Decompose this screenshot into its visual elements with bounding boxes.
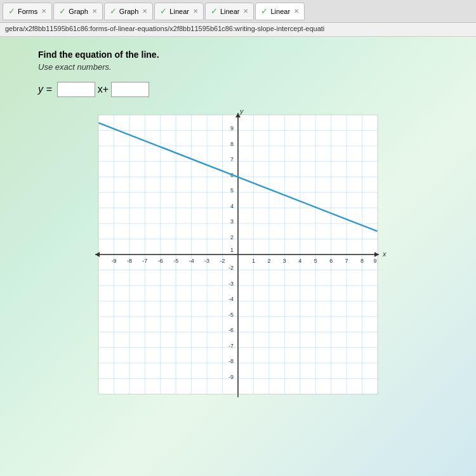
svg-text:6: 6 <box>329 258 333 264</box>
svg-text:7: 7 <box>345 258 348 264</box>
y-axis-label: y <box>239 109 244 115</box>
equation-y-label: y = <box>38 84 52 95</box>
svg-text:-8: -8 <box>127 258 132 264</box>
svg-text:1: 1 <box>252 258 255 264</box>
svg-text:-2: -2 <box>228 265 234 271</box>
svg-text:-2: -2 <box>220 258 225 264</box>
svg-text:-5: -5 <box>173 258 178 264</box>
tab-forms[interactable]: ✓ Forms ✕ <box>3 3 52 20</box>
svg-text:-9: -9 <box>111 258 116 264</box>
page-content: Find the equation of the line. Use exact… <box>0 37 476 476</box>
svg-text:3: 3 <box>230 218 234 225</box>
svg-text:-9: -9 <box>228 374 234 380</box>
svg-text:5: 5 <box>314 258 317 264</box>
svg-text:2: 2 <box>267 258 270 264</box>
tab-label-graph1: Graph <box>69 8 88 15</box>
tab-icon-graph1: ✓ <box>59 6 66 16</box>
url-text: gebra/x2f8bb11595b61c86:forms-of-linear-… <box>5 25 324 32</box>
svg-text:4: 4 <box>298 258 301 264</box>
svg-text:9: 9 <box>373 258 376 264</box>
svg-text:-4: -4 <box>189 258 194 264</box>
svg-text:7: 7 <box>230 156 234 162</box>
svg-text:-7: -7 <box>228 343 234 349</box>
tab-close-graph2[interactable]: ✕ <box>142 8 147 15</box>
graph-container: -9 -8 -7 -6 -5 -4 -3 -2 1 2 3 4 5 6 7 8 … <box>79 109 397 426</box>
tab-linear1[interactable]: ✓ Linear ✕ <box>154 3 204 20</box>
tab-icon-linear2: ✓ <box>211 6 218 16</box>
tab-close-forms[interactable]: ✕ <box>41 8 46 15</box>
svg-text:5: 5 <box>230 187 234 194</box>
tab-label-linear1: Linear <box>169 8 189 15</box>
svg-text:-3: -3 <box>228 281 234 287</box>
svg-text:3: 3 <box>283 258 286 264</box>
svg-marker-39 <box>95 252 100 257</box>
equation-x-plus: x+ <box>98 84 109 95</box>
svg-text:-3: -3 <box>204 258 209 264</box>
equation-row: y = x+ <box>38 82 438 97</box>
x-axis-label: x <box>382 250 387 258</box>
url-bar: gebra/x2f8bb11595b61c86:forms-of-linear-… <box>0 23 476 37</box>
slope-input[interactable] <box>57 82 95 97</box>
svg-text:-8: -8 <box>228 358 234 364</box>
problem-subtitle: Use exact numbers. <box>38 62 438 72</box>
tab-close-graph1[interactable]: ✕ <box>92 8 97 15</box>
svg-text:-7: -7 <box>142 258 147 264</box>
tab-label-linear3: Linear <box>270 8 290 15</box>
svg-text:-4: -4 <box>228 296 234 302</box>
tab-icon-linear3: ✓ <box>261 6 268 16</box>
tab-graph1[interactable]: ✓ Graph ✕ <box>53 3 103 20</box>
tab-close-linear1[interactable]: ✕ <box>193 8 198 15</box>
tab-label-linear2: Linear <box>220 8 240 15</box>
intercept-input[interactable] <box>111 82 149 97</box>
svg-text:1: 1 <box>230 247 234 253</box>
svg-text:8: 8 <box>230 141 234 147</box>
svg-text:2: 2 <box>230 234 234 241</box>
tab-icon-linear1: ✓ <box>160 6 167 16</box>
svg-text:-6: -6 <box>228 327 234 333</box>
tab-label-graph2: Graph <box>119 8 139 15</box>
svg-text:4: 4 <box>230 203 234 209</box>
svg-text:9: 9 <box>230 125 234 131</box>
tab-label-forms: Forms <box>18 8 37 15</box>
tab-close-linear3[interactable]: ✕ <box>294 8 299 15</box>
tab-graph2[interactable]: ✓ Graph ✕ <box>104 3 154 20</box>
graph-svg: -9 -8 -7 -6 -5 -4 -3 -2 1 2 3 4 5 6 7 8 … <box>79 109 397 426</box>
tab-linear2[interactable]: ✓ Linear ✕ <box>205 3 255 20</box>
tab-close-linear2[interactable]: ✕ <box>243 8 248 15</box>
problem-title: Find the equation of the line. <box>38 50 438 60</box>
tab-icon-forms: ✓ <box>8 6 15 16</box>
svg-text:8: 8 <box>360 258 364 264</box>
tab-icon-graph2: ✓ <box>110 6 117 16</box>
svg-text:-5: -5 <box>228 312 234 318</box>
svg-text:-6: -6 <box>158 258 163 264</box>
tab-linear3[interactable]: ✓ Linear ✕ <box>255 3 305 20</box>
browser-tabs: ✓ Forms ✕ ✓ Graph ✕ ✓ Graph ✕ ✓ Linear ✕… <box>0 0 476 23</box>
